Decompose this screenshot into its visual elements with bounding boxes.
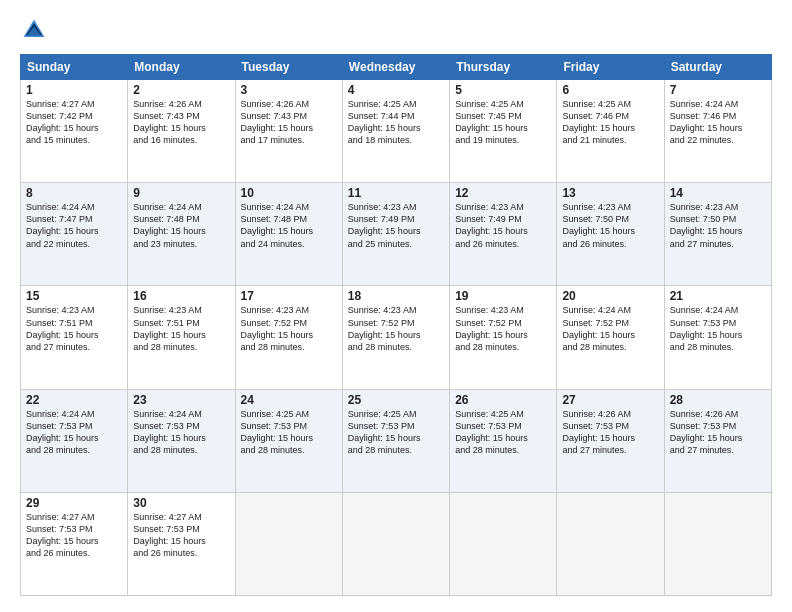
day-number: 15	[26, 289, 122, 303]
day-number: 27	[562, 393, 658, 407]
day-number: 4	[348, 83, 444, 97]
day-info: Sunrise: 4:23 AM Sunset: 7:51 PM Dayligh…	[133, 304, 229, 353]
day-info: Sunrise: 4:27 AM Sunset: 7:53 PM Dayligh…	[26, 511, 122, 560]
day-info: Sunrise: 4:24 AM Sunset: 7:53 PM Dayligh…	[670, 304, 766, 353]
day-number: 30	[133, 496, 229, 510]
calendar-day: 1Sunrise: 4:27 AM Sunset: 7:42 PM Daylig…	[21, 80, 128, 183]
calendar-day: 23Sunrise: 4:24 AM Sunset: 7:53 PM Dayli…	[128, 389, 235, 492]
day-number: 9	[133, 186, 229, 200]
day-number: 11	[348, 186, 444, 200]
day-number: 24	[241, 393, 337, 407]
weekday-row: SundayMondayTuesdayWednesdayThursdayFrid…	[21, 55, 772, 80]
day-info: Sunrise: 4:27 AM Sunset: 7:53 PM Dayligh…	[133, 511, 229, 560]
calendar-week-3: 15Sunrise: 4:23 AM Sunset: 7:51 PM Dayli…	[21, 286, 772, 389]
day-info: Sunrise: 4:26 AM Sunset: 7:53 PM Dayligh…	[562, 408, 658, 457]
calendar-day: 13Sunrise: 4:23 AM Sunset: 7:50 PM Dayli…	[557, 183, 664, 286]
calendar-day: 20Sunrise: 4:24 AM Sunset: 7:52 PM Dayli…	[557, 286, 664, 389]
day-number: 3	[241, 83, 337, 97]
weekday-header-sunday: Sunday	[21, 55, 128, 80]
calendar-day: 28Sunrise: 4:26 AM Sunset: 7:53 PM Dayli…	[664, 389, 771, 492]
day-info: Sunrise: 4:26 AM Sunset: 7:43 PM Dayligh…	[133, 98, 229, 147]
day-info: Sunrise: 4:24 AM Sunset: 7:48 PM Dayligh…	[241, 201, 337, 250]
calendar-day	[557, 492, 664, 595]
calendar-day: 22Sunrise: 4:24 AM Sunset: 7:53 PM Dayli…	[21, 389, 128, 492]
day-info: Sunrise: 4:23 AM Sunset: 7:49 PM Dayligh…	[348, 201, 444, 250]
calendar-day: 24Sunrise: 4:25 AM Sunset: 7:53 PM Dayli…	[235, 389, 342, 492]
calendar-day: 10Sunrise: 4:24 AM Sunset: 7:48 PM Dayli…	[235, 183, 342, 286]
weekday-header-friday: Friday	[557, 55, 664, 80]
calendar-day: 26Sunrise: 4:25 AM Sunset: 7:53 PM Dayli…	[450, 389, 557, 492]
weekday-header-tuesday: Tuesday	[235, 55, 342, 80]
calendar-day: 12Sunrise: 4:23 AM Sunset: 7:49 PM Dayli…	[450, 183, 557, 286]
day-number: 21	[670, 289, 766, 303]
day-number: 18	[348, 289, 444, 303]
calendar-day: 17Sunrise: 4:23 AM Sunset: 7:52 PM Dayli…	[235, 286, 342, 389]
day-number: 19	[455, 289, 551, 303]
day-number: 28	[670, 393, 766, 407]
day-info: Sunrise: 4:23 AM Sunset: 7:52 PM Dayligh…	[348, 304, 444, 353]
weekday-header-monday: Monday	[128, 55, 235, 80]
calendar-day: 11Sunrise: 4:23 AM Sunset: 7:49 PM Dayli…	[342, 183, 449, 286]
calendar-day: 15Sunrise: 4:23 AM Sunset: 7:51 PM Dayli…	[21, 286, 128, 389]
day-number: 10	[241, 186, 337, 200]
day-info: Sunrise: 4:23 AM Sunset: 7:52 PM Dayligh…	[455, 304, 551, 353]
day-number: 5	[455, 83, 551, 97]
weekday-header-wednesday: Wednesday	[342, 55, 449, 80]
day-number: 25	[348, 393, 444, 407]
day-info: Sunrise: 4:25 AM Sunset: 7:44 PM Dayligh…	[348, 98, 444, 147]
day-number: 20	[562, 289, 658, 303]
day-number: 22	[26, 393, 122, 407]
day-info: Sunrise: 4:27 AM Sunset: 7:42 PM Dayligh…	[26, 98, 122, 147]
calendar-day: 2Sunrise: 4:26 AM Sunset: 7:43 PM Daylig…	[128, 80, 235, 183]
weekday-header-thursday: Thursday	[450, 55, 557, 80]
day-info: Sunrise: 4:26 AM Sunset: 7:53 PM Dayligh…	[670, 408, 766, 457]
calendar-header: SundayMondayTuesdayWednesdayThursdayFrid…	[21, 55, 772, 80]
calendar-week-4: 22Sunrise: 4:24 AM Sunset: 7:53 PM Dayli…	[21, 389, 772, 492]
calendar-week-1: 1Sunrise: 4:27 AM Sunset: 7:42 PM Daylig…	[21, 80, 772, 183]
day-info: Sunrise: 4:24 AM Sunset: 7:53 PM Dayligh…	[133, 408, 229, 457]
calendar-day: 27Sunrise: 4:26 AM Sunset: 7:53 PM Dayli…	[557, 389, 664, 492]
calendar-day	[235, 492, 342, 595]
logo	[20, 16, 50, 44]
calendar-table: SundayMondayTuesdayWednesdayThursdayFrid…	[20, 54, 772, 596]
day-info: Sunrise: 4:25 AM Sunset: 7:53 PM Dayligh…	[455, 408, 551, 457]
calendar-day: 29Sunrise: 4:27 AM Sunset: 7:53 PM Dayli…	[21, 492, 128, 595]
header	[20, 16, 772, 44]
day-info: Sunrise: 4:25 AM Sunset: 7:53 PM Dayligh…	[348, 408, 444, 457]
day-number: 1	[26, 83, 122, 97]
calendar-week-5: 29Sunrise: 4:27 AM Sunset: 7:53 PM Dayli…	[21, 492, 772, 595]
day-info: Sunrise: 4:24 AM Sunset: 7:48 PM Dayligh…	[133, 201, 229, 250]
calendar-day	[342, 492, 449, 595]
day-number: 13	[562, 186, 658, 200]
day-number: 17	[241, 289, 337, 303]
day-info: Sunrise: 4:25 AM Sunset: 7:45 PM Dayligh…	[455, 98, 551, 147]
day-number: 23	[133, 393, 229, 407]
calendar-day: 18Sunrise: 4:23 AM Sunset: 7:52 PM Dayli…	[342, 286, 449, 389]
calendar-day: 30Sunrise: 4:27 AM Sunset: 7:53 PM Dayli…	[128, 492, 235, 595]
day-info: Sunrise: 4:24 AM Sunset: 7:52 PM Dayligh…	[562, 304, 658, 353]
calendar-body: 1Sunrise: 4:27 AM Sunset: 7:42 PM Daylig…	[21, 80, 772, 596]
weekday-header-saturday: Saturday	[664, 55, 771, 80]
day-info: Sunrise: 4:23 AM Sunset: 7:51 PM Dayligh…	[26, 304, 122, 353]
calendar-day: 21Sunrise: 4:24 AM Sunset: 7:53 PM Dayli…	[664, 286, 771, 389]
day-info: Sunrise: 4:23 AM Sunset: 7:50 PM Dayligh…	[670, 201, 766, 250]
calendar-day: 4Sunrise: 4:25 AM Sunset: 7:44 PM Daylig…	[342, 80, 449, 183]
day-info: Sunrise: 4:23 AM Sunset: 7:49 PM Dayligh…	[455, 201, 551, 250]
page: SundayMondayTuesdayWednesdayThursdayFrid…	[0, 0, 792, 612]
day-number: 12	[455, 186, 551, 200]
logo-icon	[20, 16, 48, 44]
calendar-week-2: 8Sunrise: 4:24 AM Sunset: 7:47 PM Daylig…	[21, 183, 772, 286]
day-number: 16	[133, 289, 229, 303]
day-info: Sunrise: 4:26 AM Sunset: 7:43 PM Dayligh…	[241, 98, 337, 147]
day-info: Sunrise: 4:23 AM Sunset: 7:52 PM Dayligh…	[241, 304, 337, 353]
day-info: Sunrise: 4:24 AM Sunset: 7:47 PM Dayligh…	[26, 201, 122, 250]
calendar-day: 6Sunrise: 4:25 AM Sunset: 7:46 PM Daylig…	[557, 80, 664, 183]
day-number: 8	[26, 186, 122, 200]
calendar-day: 14Sunrise: 4:23 AM Sunset: 7:50 PM Dayli…	[664, 183, 771, 286]
day-number: 14	[670, 186, 766, 200]
day-info: Sunrise: 4:24 AM Sunset: 7:53 PM Dayligh…	[26, 408, 122, 457]
day-info: Sunrise: 4:24 AM Sunset: 7:46 PM Dayligh…	[670, 98, 766, 147]
calendar-day: 7Sunrise: 4:24 AM Sunset: 7:46 PM Daylig…	[664, 80, 771, 183]
day-number: 26	[455, 393, 551, 407]
calendar-day: 25Sunrise: 4:25 AM Sunset: 7:53 PM Dayli…	[342, 389, 449, 492]
